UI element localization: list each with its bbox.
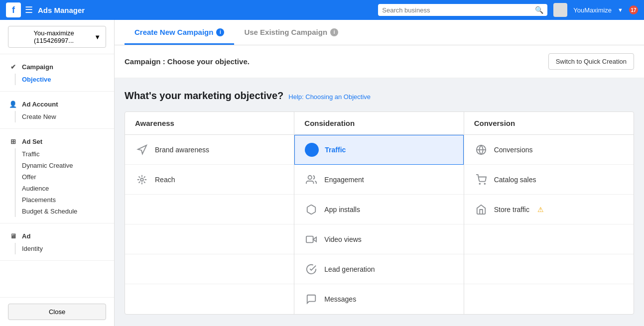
awareness-empty-1 <box>125 195 294 224</box>
budget-schedule-label: Budget & Schedule <box>22 208 77 215</box>
traffic-label: Traffic <box>22 150 39 158</box>
sidebar-item-ad[interactable]: 🖥 Ad <box>0 229 114 243</box>
campaign-label-bold: Campaign <box>125 57 161 66</box>
objective-messages[interactable]: Messages <box>294 284 463 314</box>
sidebar-sub-item-create-new[interactable]: Create New <box>0 111 114 122</box>
objective-traffic[interactable]: ✓ Traffic <box>294 135 463 165</box>
col-header-consideration: Consideration <box>294 112 464 134</box>
objective-section: What's your marketing objective? Help: C… <box>115 78 644 326</box>
awareness-empty-4 <box>125 284 294 314</box>
search-input[interactable] <box>382 6 533 14</box>
tab-create-label: Create New Campaign <box>134 28 213 36</box>
objective-reach[interactable]: Reach <box>125 165 294 195</box>
sidebar-sub-item-offer[interactable]: Offer <box>0 171 114 183</box>
close-button[interactable]: Close <box>8 304 106 320</box>
sidebar-sub-item-traffic[interactable]: Traffic <box>0 148 114 160</box>
tab-existing-info-icon: i <box>330 28 338 36</box>
reach-icon <box>135 173 149 187</box>
app-installs-label: App installs <box>324 206 360 214</box>
account-selector-label: You-maximize (115426997... <box>13 29 94 44</box>
svg-point-1 <box>308 175 312 179</box>
campaign-check-icon: ✔ <box>8 63 18 71</box>
svg-point-0 <box>140 178 143 181</box>
identity-label: Identity <box>22 245 43 252</box>
campaign-header: Campaign : Choose your objective. Switch… <box>115 45 644 78</box>
store-traffic-icon <box>474 203 488 217</box>
sidebar-item-ad-set[interactable]: ⊞ Ad Set <box>0 135 114 148</box>
main-content: Create New Campaign i Use Existing Campa… <box>115 20 644 326</box>
traffic-check-icon: ✓ <box>305 143 319 157</box>
app-title: Ads Manager <box>38 6 85 14</box>
facebook-logo: f <box>6 2 21 17</box>
objective-heading: What's your marketing objective? <box>125 90 283 102</box>
notification-badge[interactable]: 17 <box>629 5 638 14</box>
objective-app-installs[interactable]: App installs <box>294 195 463 224</box>
awareness-empty-2 <box>125 224 294 254</box>
campaign-subtitle: : Choose your objective. <box>163 57 250 66</box>
search-icon: 🔍 <box>535 6 543 14</box>
brand-awareness-icon <box>135 143 149 157</box>
video-views-icon <box>304 232 318 246</box>
objective-store-traffic[interactable]: Store traffic ⚠ <box>464 195 634 224</box>
objective-engagement[interactable]: Engagement <box>294 165 463 195</box>
tabs: Create New Campaign i Use Existing Campa… <box>125 20 634 45</box>
store-traffic-label: Store traffic <box>494 206 529 214</box>
sidebar-sub-item-placements[interactable]: Placements <box>0 194 114 206</box>
account-selector-button[interactable]: You-maximize (115426997... ▼ <box>8 26 106 48</box>
sidebar-section-ad-account: 👤 Ad Account Create New <box>0 92 114 129</box>
col-awareness: Brand awareness Reach <box>125 135 294 314</box>
svg-marker-2 <box>313 237 316 241</box>
sidebar-sub-item-audience[interactable]: Audience <box>0 183 114 194</box>
objective-lead-generation[interactable]: Lead generation <box>294 254 463 284</box>
quick-creation-button[interactable]: Switch to Quick Creation <box>548 53 634 70</box>
user-avatar <box>553 3 567 17</box>
catalog-sales-label: Catalog sales <box>494 176 536 184</box>
hamburger-menu[interactable]: ☰ <box>25 4 33 15</box>
sidebar-item-campaign[interactable]: ✔ Campaign <box>0 60 114 74</box>
tab-existing-label: Use Existing Campaign <box>244 28 327 36</box>
messages-icon <box>304 292 318 306</box>
help-link[interactable]: Help: Choosing an Objective <box>288 93 371 101</box>
sidebar-section-campaign: ✔ Campaign Objective <box>0 54 114 92</box>
sidebar-sub-item-dynamic-creative[interactable]: Dynamic Creative <box>0 160 114 171</box>
col-conversion: Conversions Catalog sales <box>464 135 634 314</box>
objective-catalog-sales[interactable]: Catalog sales <box>464 165 634 195</box>
placements-label: Placements <box>22 196 56 204</box>
chevron-down-icon[interactable]: ▼ <box>618 7 623 13</box>
sidebar-item-ad-account[interactable]: 👤 Ad Account <box>0 98 114 111</box>
sidebar-sub-item-objective[interactable]: Objective <box>0 74 114 85</box>
conversions-label: Conversions <box>494 146 533 154</box>
conversions-icon <box>474 143 488 157</box>
account-selector-container: You-maximize (115426997... ▼ <box>0 20 114 54</box>
objective-video-views[interactable]: Video views <box>294 224 463 254</box>
objective-label: Objective <box>22 76 51 83</box>
tab-create-new-campaign[interactable]: Create New Campaign i <box>125 20 234 45</box>
objective-heading-row: What's your marketing objective? Help: C… <box>125 90 634 104</box>
top-navigation: f ☰ Ads Manager 🔍 YouMaximize ▼ 17 <box>0 0 644 20</box>
reach-label: Reach <box>155 176 175 184</box>
catalog-sales-icon <box>474 173 488 187</box>
svg-rect-3 <box>306 236 313 242</box>
sidebar-sub-item-budget-schedule[interactable]: Budget & Schedule <box>0 206 114 217</box>
conversion-empty-2 <box>464 254 634 284</box>
sidebar-ad-set-label: Ad Set <box>22 138 42 145</box>
engagement-label: Engagement <box>324 176 364 184</box>
objective-conversions[interactable]: Conversions <box>464 135 634 165</box>
lead-generation-icon <box>304 262 318 276</box>
video-views-label: Video views <box>324 235 361 243</box>
sidebar-sub-item-identity[interactable]: Identity <box>0 243 114 254</box>
tab-use-existing-campaign[interactable]: Use Existing Campaign i <box>234 20 348 45</box>
nav-right: YouMaximize ▼ 17 <box>553 3 638 17</box>
brand-awareness-label: Brand awareness <box>155 146 209 154</box>
search-container: 🔍 <box>378 4 547 16</box>
traffic-label: Traffic <box>325 146 346 154</box>
main-layout: You-maximize (115426997... ▼ ✔ Campaign … <box>0 20 644 326</box>
objectives-grid: Awareness Consideration Conversion <box>125 111 634 315</box>
create-new-label: Create New <box>22 113 56 120</box>
ad-set-icon: ⊞ <box>8 138 18 145</box>
ad-account-icon: 👤 <box>8 101 18 108</box>
objective-brand-awareness[interactable]: Brand awareness <box>125 135 294 165</box>
account-chevron-icon: ▼ <box>94 33 101 41</box>
sidebar-ad-label: Ad <box>22 232 30 240</box>
engagement-icon <box>304 173 318 187</box>
